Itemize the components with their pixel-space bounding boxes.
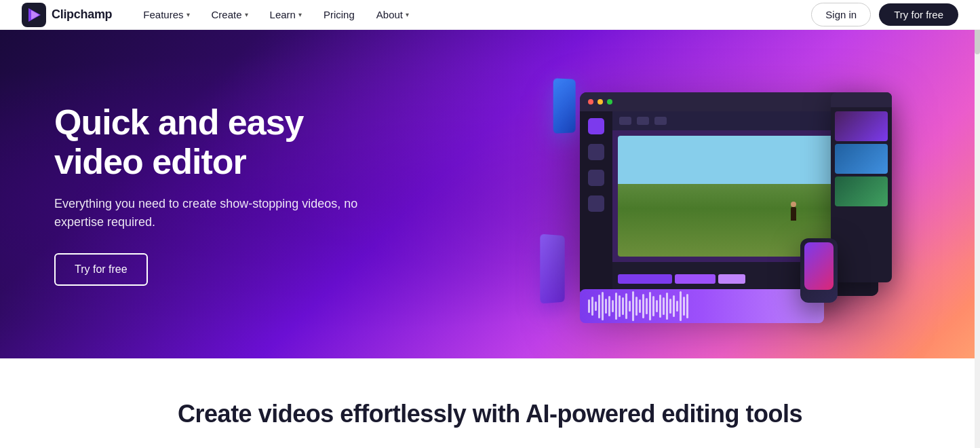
editor-sidebar [580, 111, 612, 296]
waveform-bar-item [608, 296, 610, 316]
waveform-bar-item [669, 299, 671, 314]
waveform-bar-item [642, 294, 644, 318]
waveform-bar-item [588, 299, 590, 313]
waveform-bar-item [622, 297, 624, 315]
waveform-bar-item [605, 299, 607, 314]
panel-header [831, 92, 892, 107]
phone-screen [804, 242, 834, 290]
waveform-bar-item [666, 293, 668, 320]
hero-subtitle: Everything you need to create show-stopp… [54, 195, 380, 231]
nav-links: Features ▾ Create ▾ Learn ▾ Pricing Abou… [134, 5, 811, 24]
waveform-bar-item [629, 301, 631, 312]
nav-link-create[interactable]: Create ▾ [202, 5, 258, 24]
float-purple-decoration [540, 234, 564, 304]
sidebar-icon-4 [588, 195, 604, 212]
waveform-bar-item [598, 295, 600, 318]
nav-link-learn[interactable]: Learn ▾ [260, 5, 311, 24]
sidebar-icon-1 [588, 118, 604, 134]
nav-link-about[interactable]: About ▾ [367, 5, 418, 24]
nav-actions: Sign in Try for free [811, 3, 958, 26]
waveform-bar-item [632, 291, 634, 321]
chevron-down-icon: ▾ [298, 11, 302, 18]
hero-content: Quick and easy video editor Everything y… [0, 102, 380, 286]
waveform-bar-item [625, 293, 627, 319]
timeline-track-1 [618, 274, 672, 284]
toolbar-btn-1 [619, 117, 631, 125]
editor-panel [831, 92, 892, 282]
waveform-bar-item [683, 297, 685, 316]
waveform-bar-item [663, 297, 665, 315]
thumbnail-1 [835, 111, 888, 141]
toolbar-btn-3 [654, 117, 667, 125]
thumbnail-3 [835, 176, 888, 206]
waveform-bar-item [659, 295, 661, 318]
waveform-bar-item [591, 297, 593, 316]
waveform-bar-item [612, 300, 614, 312]
timeline-track-2 [675, 274, 716, 284]
waveform-bar-item [639, 299, 641, 313]
waveform-bar-item [686, 294, 688, 318]
waveform-bar-item [619, 295, 621, 317]
navbar: Clipchamp Features ▾ Create ▾ Learn ▾ Pr… [0, 0, 980, 30]
hero-visual [451, 30, 980, 358]
toolbar-btn-2 [637, 117, 649, 125]
sign-in-button[interactable]: Sign in [811, 3, 871, 26]
close-dot [588, 99, 593, 105]
editor-mockup [539, 79, 892, 323]
waveform-bar-item [673, 295, 675, 317]
nav-link-features[interactable]: Features ▾ [134, 5, 199, 24]
try-for-free-nav-button[interactable]: Try for free [879, 3, 958, 26]
thumbnail-2 [835, 144, 888, 174]
float-blue-decoration [553, 78, 576, 134]
logo-link[interactable]: Clipchamp [22, 3, 112, 27]
chevron-down-icon: ▾ [406, 11, 409, 18]
waveform-bar-item [602, 292, 604, 320]
waveform-bar-item [635, 297, 638, 316]
float-phone [800, 238, 838, 303]
waveform-bar-item [615, 293, 617, 320]
waveform-bar-item [646, 298, 648, 314]
sidebar-icon-3 [588, 170, 604, 186]
timeline-track-3 [718, 274, 745, 284]
below-fold-section: Create videos effortlessly with AI-power… [0, 358, 980, 448]
waveform-bar-item [649, 292, 651, 320]
minimize-dot [597, 99, 603, 105]
chevron-down-icon: ▾ [245, 11, 248, 18]
waveform-bar-item [676, 301, 678, 312]
waveform-bar [580, 289, 824, 323]
hero-title: Quick and easy video editor [54, 102, 380, 181]
waveform-bar-item [652, 296, 654, 316]
logo-text: Clipchamp [52, 7, 112, 22]
panel-thumbnails [831, 107, 892, 210]
chevron-down-icon: ▾ [187, 11, 190, 18]
waveform-bar-item [595, 301, 597, 311]
hero-cta-button[interactable]: Try for free [54, 253, 148, 286]
hero-section: Quick and easy video editor Everything y… [0, 30, 980, 358]
maximize-dot [607, 99, 612, 105]
nav-link-pricing[interactable]: Pricing [314, 5, 364, 24]
waveform-bar-item [680, 291, 682, 321]
waveform-bar-item [656, 300, 658, 312]
clipchamp-logo-icon [22, 3, 46, 27]
below-fold-title: Create videos effortlessly with AI-power… [178, 399, 802, 428]
sidebar-icon-2 [588, 144, 604, 160]
canvas-person-figure [791, 207, 796, 221]
